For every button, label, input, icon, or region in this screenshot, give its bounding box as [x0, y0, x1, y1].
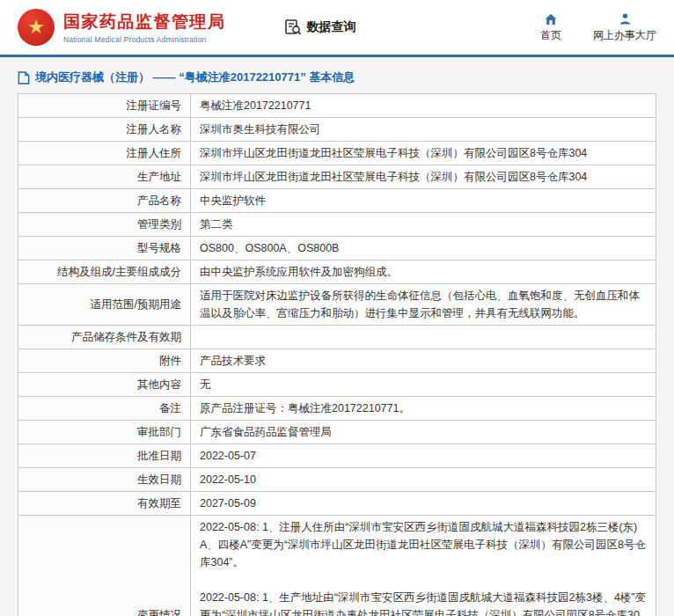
main-content: 境内医疗器械（注册） —— “粤械注准20172210771” 基本信息 注册证…	[0, 57, 674, 616]
row-value: 深圳市坪山区龙田街道龙田社区莹展电子科技（深圳）有限公司园区8号仓库304	[191, 142, 656, 165]
row-value: 深圳市奥生科技有限公司	[191, 118, 656, 142]
table-row: 变更情况 2022-05-08: 1、注册人住所由“深圳市宝安区西乡街道固戍航城…	[18, 516, 656, 616]
row-label: 生效日期	[18, 468, 191, 492]
table-row: 适用范围/预期用途 适用于医院对床边监护设备所获得的生命体征信息（包括心电、血氧…	[18, 284, 656, 326]
page-header: ★ 国家药品监督管理局 National Medical Products Ad…	[0, 0, 674, 55]
table-row: 型号规格 OS800、OS800A、OS800B	[18, 237, 656, 260]
breadcrumb: 境内医疗器械（注册） —— “粤械注准20172210771” 基本信息	[18, 70, 656, 85]
row-label: 附件	[18, 349, 191, 373]
row-value: 无	[191, 373, 656, 397]
row-value: 2027-05-09	[191, 492, 656, 516]
row-label: 适用范围/预期用途	[18, 284, 191, 326]
data-query-icon	[284, 18, 307, 36]
row-label: 管理类别	[18, 213, 191, 237]
data-query-label: 数据查询	[307, 19, 356, 35]
table-row: 附件 产品技术要求	[18, 349, 656, 373]
row-value: 原产品注册证号：粤械注准20172210771。	[191, 397, 656, 421]
row-value-change-history: 2022-05-08: 1、注册人住所由“深圳市宝安区西乡街道固戍航城大道福森科…	[191, 516, 656, 616]
document-icon	[18, 71, 35, 84]
online-hall-label: 网上办事大厅	[593, 28, 656, 43]
org-name-en: National Medical Products Administration	[63, 35, 226, 44]
table-row: 结构及组成/主要组成成分 由中央监护系统应用软件及加密狗组成。	[18, 260, 656, 284]
row-label: 审批部门	[18, 421, 191, 444]
nav-online-hall[interactable]: 网上办事大厅	[593, 12, 656, 43]
table-row: 有效期至 2027-05-09	[18, 492, 656, 516]
home-icon	[544, 12, 558, 28]
home-label: 首页	[540, 28, 561, 43]
row-value: 2022-05-07	[191, 444, 656, 468]
table-row: 其他内容 无	[18, 373, 656, 397]
row-value: 由中央监护系统应用软件及加密狗组成。	[191, 260, 656, 284]
table-row: 备注 原产品注册证号：粤械注准20172210771。	[18, 397, 656, 421]
row-value: 产品技术要求	[191, 349, 656, 373]
row-label: 备注	[18, 397, 191, 421]
table-row: 生效日期 2022-05-10	[18, 468, 656, 492]
row-label: 注册人住所	[18, 142, 191, 165]
table-row: 审批部门 广东省食品药品监督管理局	[18, 421, 656, 444]
row-value: 中央监护软件	[191, 189, 656, 213]
table-row: 注册人名称 深圳市奥生科技有限公司	[18, 118, 656, 142]
row-label: 注册证编号	[18, 94, 191, 118]
row-label: 其他内容	[18, 373, 191, 397]
row-value: 2022-05-10	[191, 468, 656, 492]
org-title-block: 国家药品监督管理局 National Medical Products Admi…	[63, 11, 226, 44]
row-value: 第二类	[191, 213, 656, 237]
national-emblem-icon: ★	[18, 9, 55, 46]
table-row: 产品名称 中央监护软件	[18, 189, 656, 213]
row-value	[191, 326, 656, 349]
row-value: 适用于医院对床边监护设备所获得的生命体征信息（包括心电、血氧饱和度、无创血压和体…	[191, 284, 656, 326]
org-name-cn: 国家药品监督管理局	[63, 11, 226, 33]
row-value: 深圳市坪山区龙田街道龙田社区莹展电子科技（深圳）有限公司园区8号仓库304	[191, 165, 656, 189]
row-value: OS800、OS800A、OS800B	[191, 237, 656, 260]
row-label: 批准日期	[18, 444, 191, 468]
table-row: 批准日期 2022-05-07	[18, 444, 656, 468]
row-label: 结构及组成/主要组成成分	[18, 260, 191, 284]
row-label: 产品储存条件及有效期	[18, 326, 191, 349]
table-row: 注册证编号 粤械注准20172210771	[18, 94, 656, 118]
breadcrumb-text: 境内医疗器械（注册） —— “粤械注准20172210771” 基本信息	[35, 70, 355, 85]
row-label: 生产地址	[18, 165, 191, 189]
row-label: 注册人名称	[18, 118, 191, 142]
nav-data-query[interactable]: 数据查询	[284, 18, 356, 36]
row-label: 产品名称	[18, 189, 191, 213]
registration-info-table: 注册证编号 粤械注准20172210771 注册人名称 深圳市奥生科技有限公司 …	[18, 93, 656, 616]
table-row: 产品储存条件及有效期	[18, 326, 656, 349]
table-row: 生产地址 深圳市坪山区龙田街道龙田社区莹展电子科技（深圳）有限公司园区8号仓库3…	[18, 165, 656, 189]
nav-home[interactable]: 首页	[540, 12, 561, 43]
person-icon	[619, 12, 632, 28]
table-row: 管理类别 第二类	[18, 213, 656, 237]
table-row: 注册人住所 深圳市坪山区龙田街道龙田社区莹展电子科技（深圳）有限公司园区8号仓库…	[18, 142, 656, 165]
row-label: 有效期至	[18, 492, 191, 516]
row-value: 广东省食品药品监督管理局	[191, 421, 656, 444]
row-label: 型号规格	[18, 237, 191, 260]
row-value: 粤械注准20172210771	[191, 94, 656, 118]
row-label: 变更情况	[18, 516, 191, 616]
